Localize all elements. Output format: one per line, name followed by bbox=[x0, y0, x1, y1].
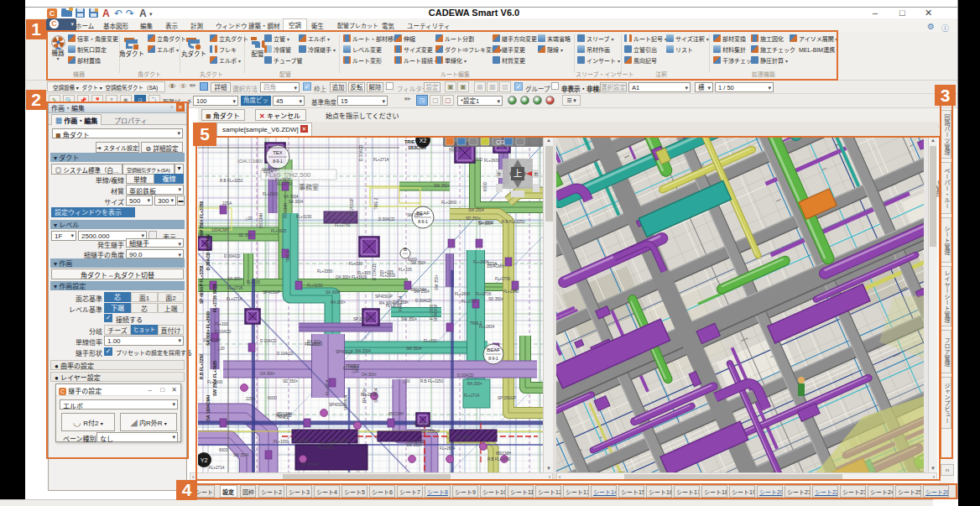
svg-text:RA 300×: RA 300× bbox=[362, 388, 367, 403]
svg-text:8-9-1: 8-9-1 bbox=[273, 159, 283, 164]
svg-text:RA 300×: RA 300× bbox=[467, 382, 482, 386]
svg-text:SP 25SGP: SP 25SGP bbox=[498, 396, 516, 400]
svg-text:D 30ACD: D 30ACD bbox=[457, 373, 474, 378]
svg-text:FL+2900: FL+2900 bbox=[503, 290, 519, 294]
svg-text:CG: CG bbox=[496, 139, 505, 145]
svg-text:△20: △20 bbox=[245, 216, 253, 221]
svg-text:SD 350×: SD 350× bbox=[283, 379, 298, 383]
svg-text:8-9-1: 8-9-1 bbox=[418, 219, 428, 224]
svg-text:FL+330: FL+330 bbox=[215, 322, 228, 326]
svg-text:SM 3504: SM 3504 bbox=[344, 394, 348, 410]
svg-text:SM 3504: SM 3504 bbox=[406, 347, 422, 351]
svg-text:SW 350×: SW 350× bbox=[456, 436, 472, 440]
svg-text:FL+330: FL+330 bbox=[349, 262, 362, 266]
svg-text:FL+2714: FL+2714 bbox=[227, 297, 242, 301]
svg-text:FL+2600: FL+2600 bbox=[380, 274, 396, 278]
svg-text:FL+3925: FL+3925 bbox=[271, 229, 287, 233]
svg-text:OA 300×: OA 300× bbox=[362, 373, 377, 377]
svg-text:D 10ACD: D 10ACD bbox=[414, 422, 431, 426]
svg-text:SP 25SGP: SP 25SGP bbox=[301, 462, 320, 467]
svg-text:TRIE.2: TRIE.2 bbox=[470, 321, 482, 326]
svg-text:FL+2804: FL+2804 bbox=[473, 260, 489, 264]
svg-text:X2: X2 bbox=[420, 138, 427, 143]
svg-text:R.B FL+3250: R.B FL+3250 bbox=[502, 220, 525, 224]
svg-text:SA 300× FL+2900: SA 300× FL+2900 bbox=[206, 311, 211, 346]
svg-text:SW 2504: SW 2504 bbox=[355, 349, 371, 353]
svg-text:SP 25SGP: SP 25SGP bbox=[353, 317, 372, 321]
svg-text:850CMH: 850CMH bbox=[496, 451, 511, 456]
svg-text:TRIE.2: TRIE.2 bbox=[374, 197, 378, 210]
svg-text:SA 3004: SA 3004 bbox=[326, 290, 341, 295]
svg-text:OA 300×: OA 300× bbox=[336, 275, 351, 279]
svg-text:FL+2800: FL+2800 bbox=[441, 201, 457, 205]
svg-text:SP40SGP: SP40SGP bbox=[434, 304, 438, 321]
svg-text:FL+335: FL+335 bbox=[357, 271, 371, 275]
svg-text:FL+2900: FL+2900 bbox=[343, 367, 359, 371]
svg-text:22SA: 22SA bbox=[263, 170, 274, 174]
svg-text:SM 3504: SM 3504 bbox=[407, 213, 423, 217]
svg-text:△20: △20 bbox=[217, 347, 225, 351]
svg-text:FL+2714: FL+2714 bbox=[209, 466, 225, 470]
svg-text:SA 3004: SA 3004 bbox=[289, 200, 304, 204]
svg-text:FL+2600: FL+2600 bbox=[484, 159, 500, 163]
svg-text:B: B bbox=[404, 247, 407, 252]
svg-text:FL+3150: FL+3150 bbox=[307, 284, 323, 288]
svg-text:SW 350×: SW 350× bbox=[401, 317, 417, 321]
svg-text:SP40SGP: SP40SGP bbox=[375, 295, 393, 299]
svg-text:D 10ACD: D 10ACD bbox=[260, 339, 277, 343]
svg-text:FL+335: FL+335 bbox=[247, 280, 260, 284]
svg-text:SW 350× FL+3350: SW 350× FL+3350 bbox=[199, 201, 204, 237]
svg-text:SW 2504 FL+3925: SW 2504 FL+3925 bbox=[212, 361, 217, 396]
svg-text:FL+2804: FL+2804 bbox=[440, 446, 456, 451]
svg-text:FL+335: FL+335 bbox=[399, 268, 412, 272]
svg-text:600D: 600D bbox=[473, 158, 483, 162]
svg-text:SW 350×: SW 350× bbox=[435, 274, 439, 290]
svg-text:SW 2504: SW 2504 bbox=[468, 208, 484, 212]
svg-text:22SA: 22SA bbox=[246, 397, 256, 401]
svg-text:OA 300×: OA 300× bbox=[227, 277, 242, 281]
svg-text:FL+2750: FL+2750 bbox=[335, 223, 351, 227]
svg-text:850CMH: 850CMH bbox=[259, 213, 263, 228]
svg-text:8-9-1: 8-9-1 bbox=[488, 356, 498, 361]
svg-text:FL+2714: FL+2714 bbox=[399, 295, 403, 311]
svg-text:R.B FL+3250: R.B FL+3250 bbox=[487, 457, 511, 462]
svg-text:FL+2750: FL+2750 bbox=[277, 182, 293, 186]
svg-text:SM 3504: SM 3504 bbox=[233, 453, 249, 457]
svg-text:FL+2726: FL+2726 bbox=[461, 300, 477, 304]
svg-text:TRIE.2: TRIE.2 bbox=[277, 415, 289, 420]
svg-text:SW 350×: SW 350× bbox=[434, 184, 450, 188]
svg-text:D 30ACD: D 30ACD bbox=[359, 144, 363, 161]
svg-text:R.B FL+3250: R.B FL+3250 bbox=[420, 379, 444, 383]
svg-text:TEX: TEX bbox=[273, 150, 283, 155]
svg-text:SP40SGP: SP40SGP bbox=[336, 350, 353, 354]
svg-text:SP 25SGP: SP 25SGP bbox=[421, 430, 440, 434]
svg-text:SP 40SGP FL+3358: SP 40SGP FL+3358 bbox=[199, 265, 204, 304]
svg-text:TRIE.2: TRIE.2 bbox=[286, 250, 290, 263]
svg-text:R.B FL+3250: R.B FL+3250 bbox=[199, 354, 204, 379]
svg-text:D 10ACD: D 10ACD bbox=[373, 263, 377, 280]
svg-text:FL+2726: FL+2726 bbox=[409, 440, 425, 444]
svg-text:FL+2726 SP25: FL+2726 SP25 bbox=[212, 284, 217, 312]
svg-text:850CMH: 850CMH bbox=[388, 412, 404, 416]
svg-text:FL+2900: FL+2900 bbox=[263, 192, 279, 196]
svg-text:SP40SGP: SP40SGP bbox=[263, 290, 280, 295]
svg-text:1004CMH: 1004CMH bbox=[211, 228, 229, 232]
svg-text:R.B FL+3250: R.B FL+3250 bbox=[220, 179, 243, 183]
svg-text:D 30ACD: D 30ACD bbox=[224, 254, 241, 258]
svg-text:FL+330: FL+330 bbox=[424, 339, 437, 343]
svg-text:BEAF: BEAF bbox=[487, 347, 500, 352]
svg-text:D 30ACD: D 30ACD bbox=[378, 217, 395, 222]
svg-text:SA 3004: SA 3004 bbox=[374, 388, 378, 403]
svg-text:D 30ACD 850CMH: D 30ACD 850CMH bbox=[206, 234, 211, 270]
svg-text:Y2: Y2 bbox=[201, 457, 208, 463]
svg-text:SA 3004: SA 3004 bbox=[478, 222, 493, 226]
svg-text:FL+3350: FL+3350 bbox=[317, 269, 333, 274]
svg-text:△20: △20 bbox=[403, 379, 410, 383]
svg-text:SD 350×: SD 350× bbox=[238, 233, 253, 237]
svg-text:OA 1004CMH: OA 1004CMH bbox=[206, 394, 211, 421]
svg-text:D 30ACD: D 30ACD bbox=[415, 299, 432, 303]
svg-text:FL+2726: FL+2726 bbox=[476, 292, 492, 296]
svg-text:600D: 600D bbox=[219, 448, 229, 452]
svg-text:D 10ACD: D 10ACD bbox=[215, 330, 232, 334]
svg-text:FL+2750: FL+2750 bbox=[495, 277, 511, 281]
